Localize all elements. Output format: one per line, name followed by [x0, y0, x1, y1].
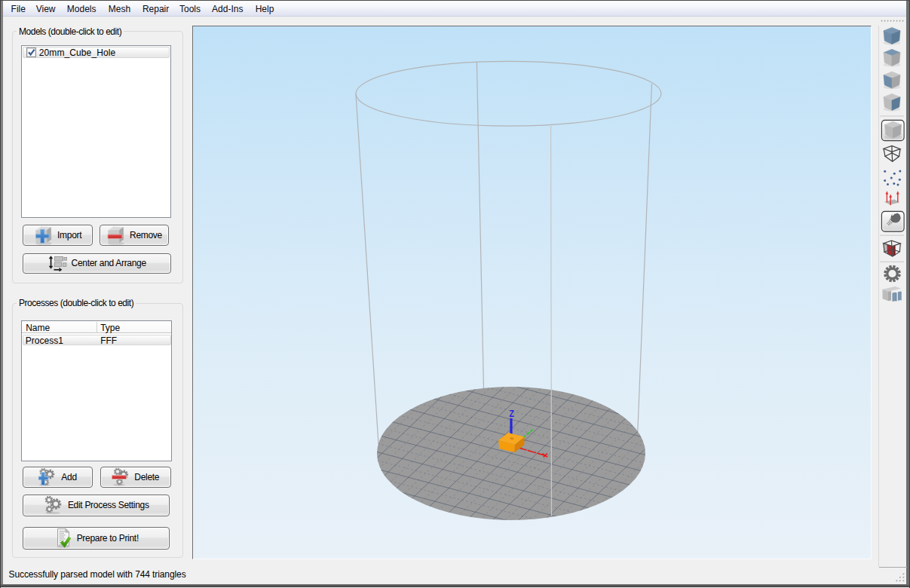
svg-text:Z: Z — [509, 408, 514, 420]
